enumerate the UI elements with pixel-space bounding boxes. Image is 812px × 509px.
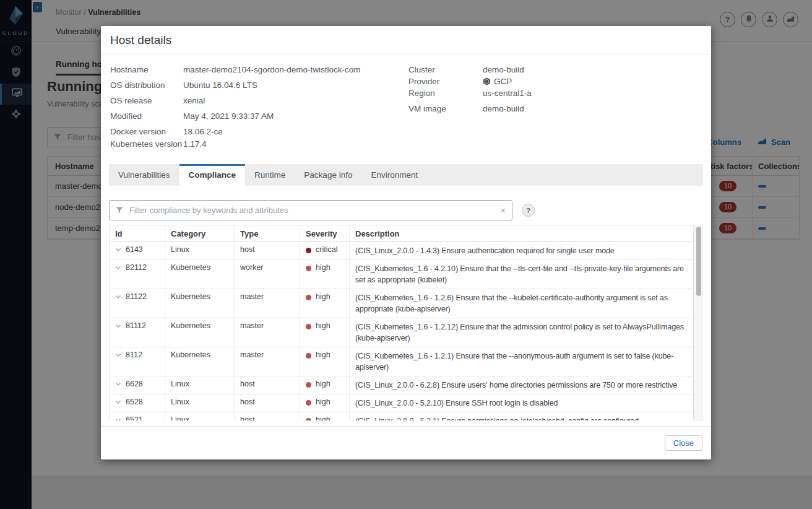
host-details-left: Hostnamemaster-demo2104-sgordon-demo-twi… xyxy=(110,64,361,154)
compliance-description: (CIS_Linux_2.0.0 - 6.2.8) Ensure users' … xyxy=(350,376,693,394)
clear-filter-icon[interactable]: × xyxy=(501,206,506,215)
compliance-id: 81112 xyxy=(126,321,146,330)
chevron-down-icon[interactable] xyxy=(115,266,121,270)
compliance-row[interactable]: 6628Linuxhosthigh(CIS_Linux_2.0.0 - 6.2.… xyxy=(110,376,693,394)
compliance-row[interactable]: 6528Linuxhosthigh(CIS_Linux_2.0.0 - 5.2.… xyxy=(110,394,693,412)
compliance-severity: critical xyxy=(300,242,350,259)
gcp-icon xyxy=(483,77,491,85)
severity-dot xyxy=(306,248,311,253)
tab-package-info[interactable]: Package info xyxy=(295,164,361,186)
compliance-description: (CIS_Kubernetes_1.6 - 4.2.10) Ensure tha… xyxy=(350,260,693,289)
compliance-category: Linux xyxy=(165,394,235,412)
compliance-type: master xyxy=(235,318,300,347)
tab-compliance[interactable]: Compliance xyxy=(179,164,246,186)
tab-runtime[interactable]: Runtime xyxy=(245,164,295,186)
host-detail-row: Hostnamemaster-demo2104-sgordon-demo-twi… xyxy=(110,64,361,76)
severity-dot xyxy=(306,418,311,420)
host-details-right: Clusterdemo-buildProviderGCPRegionus-cen… xyxy=(408,64,532,115)
compliance-category: Kubernetes xyxy=(165,347,235,376)
detail-value: May 4, 2021 9:33:37 AM xyxy=(183,110,274,122)
compliance-id: 82112 xyxy=(126,263,147,272)
severity-dot xyxy=(306,266,311,271)
detail-label: VM image xyxy=(408,103,483,115)
compliance-description: (CIS_Kubernetes_1.6 - 1.2.12) Ensure tha… xyxy=(350,318,693,347)
compliance-row[interactable]: 81112Kubernetesmasterhigh(CIS_Kubernetes… xyxy=(110,318,693,347)
detail-label: Modified xyxy=(110,110,183,122)
detail-value: Ubuntu 16.04.6 LTS xyxy=(183,79,257,91)
host-detail-row: ProviderGCP xyxy=(408,76,532,87)
host-detail-row: Docker version18.06.2-ce xyxy=(110,126,361,137)
tab-vulnerabilities[interactable]: Vulnerabilities xyxy=(109,164,179,186)
col-severity[interactable]: Severity xyxy=(300,225,350,241)
detail-label: OS distribution xyxy=(110,79,183,91)
chevron-down-icon[interactable] xyxy=(115,248,121,252)
compliance-category: Kubernetes xyxy=(165,318,235,347)
chevron-down-icon[interactable] xyxy=(115,382,121,386)
filter-funnel-icon xyxy=(116,207,123,214)
severity-dot xyxy=(306,324,311,329)
col-category[interactable]: Category xyxy=(165,225,235,241)
compliance-type: host xyxy=(235,242,300,259)
chevron-down-icon[interactable] xyxy=(115,324,121,328)
compliance-id: 6528 xyxy=(126,398,143,406)
detail-label: Hostname xyxy=(110,64,183,76)
table-scrollbar[interactable] xyxy=(694,225,703,420)
compliance-type: worker xyxy=(235,260,300,289)
host-detail-row: Kubernetes version1.17.4 xyxy=(110,138,361,150)
tab-environment[interactable]: Environment xyxy=(361,164,427,186)
severity-dot xyxy=(306,353,311,359)
severity-label: high xyxy=(316,263,330,272)
detail-value: 18.06.2-ce xyxy=(183,126,223,137)
compliance-severity: high xyxy=(300,318,350,347)
chevron-down-icon[interactable] xyxy=(115,353,121,357)
compliance-row[interactable]: 6143Linuxhostcritical(CIS_Linux_2.0.0 - … xyxy=(110,242,693,260)
compliance-table-header: Id Category Type Severity Description xyxy=(110,225,693,242)
compliance-type: master xyxy=(235,289,300,318)
compliance-type: host xyxy=(235,412,300,420)
compliance-type: master xyxy=(235,347,300,376)
compliance-row[interactable]: 81122Kubernetesmasterhigh(CIS_Kubernetes… xyxy=(110,289,693,318)
detail-value: 1.17.4 xyxy=(183,138,207,150)
compliance-id-cell: 6628 xyxy=(110,376,165,394)
modal-title: Host details xyxy=(110,33,711,47)
chevron-down-icon[interactable] xyxy=(115,295,121,299)
filter-help-button[interactable]: ? xyxy=(522,204,535,217)
compliance-severity: high xyxy=(300,347,350,376)
compliance-row[interactable]: 8112Kubernetesmasterhigh(CIS_Kubernetes_… xyxy=(110,347,693,376)
compliance-severity: high xyxy=(300,412,350,420)
close-button[interactable]: Close xyxy=(665,435,702,451)
compliance-description: (CIS_Kubernetes_1.6 - 1.2.1) Ensure that… xyxy=(350,347,693,376)
compliance-severity: high xyxy=(300,289,350,318)
col-id[interactable]: Id xyxy=(110,225,165,241)
compliance-severity: high xyxy=(300,394,350,412)
severity-dot xyxy=(306,295,311,300)
host-detail-row: Clusterdemo-build xyxy=(408,64,532,76)
chevron-down-icon[interactable] xyxy=(115,400,121,404)
compliance-row[interactable]: 6521Linuxhosthigh(CIS_Linux_2.0.0 - 5.2.… xyxy=(110,412,693,420)
host-detail-row: Regionus-central1-a xyxy=(408,87,532,99)
compliance-row[interactable]: 82112Kubernetesworkerhigh(CIS_Kubernetes… xyxy=(110,260,693,289)
compliance-description: (CIS_Linux_2.0.0 - 1.4.3) Ensure authent… xyxy=(350,242,693,259)
scrollbar-thumb[interactable] xyxy=(696,227,701,296)
severity-label: high xyxy=(316,380,330,388)
col-type[interactable]: Type xyxy=(235,225,300,241)
compliance-type: host xyxy=(235,394,300,412)
compliance-filter: × xyxy=(109,200,512,220)
modal-tabs: VulnerabilitiesComplianceRuntimePackage … xyxy=(109,164,703,186)
host-detail-row: VM imagedemo-build xyxy=(408,103,532,115)
modal-footer: Close xyxy=(101,426,711,459)
compliance-type: host xyxy=(235,376,300,394)
compliance-table: Id Category Type Severity Description 61… xyxy=(109,225,694,420)
compliance-id-cell: 82112 xyxy=(110,260,165,289)
modal-header: Host details xyxy=(101,26,711,55)
chevron-down-icon[interactable] xyxy=(115,418,121,420)
compliance-filter-input[interactable] xyxy=(128,205,501,215)
detail-label: Region xyxy=(408,87,483,99)
detail-value: xenial xyxy=(183,95,205,107)
compliance-id: 8112 xyxy=(126,350,142,359)
compliance-category: Linux xyxy=(165,412,235,420)
detail-label: Kubernetes version xyxy=(110,138,183,150)
compliance-category: Linux xyxy=(165,242,235,259)
col-description[interactable]: Description xyxy=(350,225,693,241)
compliance-severity: high xyxy=(300,376,350,394)
